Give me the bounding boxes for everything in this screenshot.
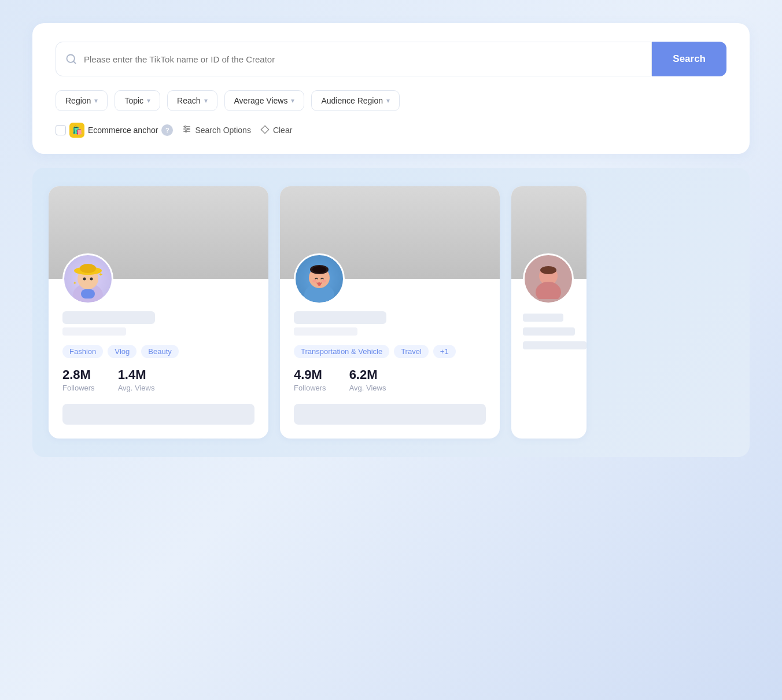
svg-point-21 xyxy=(312,266,326,273)
followers-stat: 4.9M Followers xyxy=(294,367,326,392)
partial-line xyxy=(523,327,575,336)
clear-button[interactable]: Clear xyxy=(260,125,292,136)
svg-point-12 xyxy=(80,264,96,273)
action-bar[interactable] xyxy=(62,404,254,425)
help-icon[interactable]: ? xyxy=(161,124,173,136)
region-chevron-icon: ▾ xyxy=(94,97,98,105)
sliders-icon xyxy=(182,124,191,136)
card-body: ✦ ✦ Fashion Vlog Beauty 2 xyxy=(49,253,268,439)
partial-line xyxy=(523,314,563,322)
topic-dropdown[interactable]: Topic ▾ xyxy=(115,90,160,111)
ecommerce-label: Ecommerce anchor xyxy=(88,126,158,135)
svg-point-24 xyxy=(318,282,321,286)
search-panel: Search Region ▾ Topic ▾ Reach ▾ Average … xyxy=(32,23,750,154)
audience-region-chevron-icon: ▾ xyxy=(386,97,390,105)
avatar xyxy=(294,253,345,304)
avg-views-value: 1.4M xyxy=(118,367,155,382)
ecommerce-checkbox-wrap: 🛍️ Ecommerce anchor ? xyxy=(56,123,173,138)
svg-text:✦: ✦ xyxy=(98,271,103,278)
main-container: Search Region ▾ Topic ▾ Reach ▾ Average … xyxy=(32,23,750,457)
audience-region-dropdown[interactable]: Audience Region ▾ xyxy=(311,90,400,111)
action-bar[interactable] xyxy=(294,404,486,425)
avatar xyxy=(523,253,574,304)
avg-views-stat: 6.2M Avg. Views xyxy=(349,367,386,392)
topic-chevron-icon: ▾ xyxy=(147,97,150,105)
avg-views-stat: 1.4M Avg. Views xyxy=(118,367,155,392)
tag-vlog[interactable]: Vlog xyxy=(108,345,137,358)
svg-text:✦: ✦ xyxy=(73,281,77,286)
svg-point-7 xyxy=(186,131,187,132)
search-bar-row: Search xyxy=(56,42,726,76)
svg-point-13 xyxy=(83,278,86,281)
search-button[interactable]: Search xyxy=(652,42,726,76)
svg-point-22 xyxy=(312,280,317,283)
creator-card-partial[interactable] xyxy=(511,186,586,439)
svg-point-5 xyxy=(185,126,186,128)
ecommerce-checkbox[interactable] xyxy=(56,125,66,135)
tag-travel[interactable]: Travel xyxy=(394,345,429,358)
cards-container: ✦ ✦ Fashion Vlog Beauty 2 xyxy=(32,168,750,457)
handle-placeholder xyxy=(62,327,126,336)
followers-label: Followers xyxy=(294,384,326,392)
avg-views-dropdown[interactable]: Average Views ▾ xyxy=(224,90,305,111)
tag-more[interactable]: +1 xyxy=(433,345,456,358)
svg-point-23 xyxy=(322,280,326,283)
tag-fashion[interactable]: Fashion xyxy=(62,345,103,358)
partial-line xyxy=(523,341,586,349)
svg-point-14 xyxy=(90,278,93,281)
ecommerce-bag-icon: 🛍️ xyxy=(69,123,84,138)
filter-row: Region ▾ Topic ▾ Reach ▾ Average Views ▾… xyxy=(56,90,726,111)
stats-row: 4.9M Followers 6.2M Avg. Views xyxy=(294,367,486,392)
reach-chevron-icon: ▾ xyxy=(204,97,208,105)
options-row: 🛍️ Ecommerce anchor ? Search Options xyxy=(56,123,726,138)
svg-point-26 xyxy=(536,282,561,299)
svg-point-27 xyxy=(540,266,556,274)
svg-rect-17 xyxy=(81,289,95,299)
creator-card[interactable]: Transportation & Vehicle Travel +1 4.9M … xyxy=(280,186,500,439)
avg-views-chevron-icon: ▾ xyxy=(291,97,294,105)
partial-lines xyxy=(511,304,586,359)
handle-placeholder xyxy=(294,327,357,336)
avatar: ✦ ✦ xyxy=(62,253,113,304)
svg-point-6 xyxy=(188,128,190,130)
avg-views-label: Avg. Views xyxy=(349,384,386,392)
creator-card[interactable]: ✦ ✦ Fashion Vlog Beauty 2 xyxy=(49,186,268,439)
name-placeholder xyxy=(294,311,386,324)
tags-row: Fashion Vlog Beauty xyxy=(62,345,254,358)
search-options-button[interactable]: Search Options xyxy=(182,124,251,136)
tags-row: Transportation & Vehicle Travel +1 xyxy=(294,345,486,358)
reach-dropdown[interactable]: Reach ▾ xyxy=(167,90,217,111)
tag-beauty[interactable]: Beauty xyxy=(141,345,178,358)
tag-transportation[interactable]: Transportation & Vehicle xyxy=(294,345,389,358)
search-input[interactable] xyxy=(84,54,642,64)
clear-diamond-icon xyxy=(260,125,270,136)
search-input-wrapper xyxy=(56,42,652,76)
stats-row: 2.8M Followers 1.4M Avg. Views xyxy=(62,367,254,392)
svg-line-1 xyxy=(73,61,76,64)
avg-views-value: 6.2M xyxy=(349,367,386,382)
region-dropdown[interactable]: Region ▾ xyxy=(56,90,108,111)
followers-value: 4.9M xyxy=(294,367,326,382)
svg-marker-8 xyxy=(261,126,268,133)
followers-label: Followers xyxy=(62,384,95,392)
name-placeholder xyxy=(62,311,155,324)
followers-value: 2.8M xyxy=(62,367,95,382)
search-icon xyxy=(65,53,77,65)
avg-views-label: Avg. Views xyxy=(118,384,155,392)
card-body: Transportation & Vehicle Travel +1 4.9M … xyxy=(280,253,500,439)
followers-stat: 2.8M Followers xyxy=(62,367,95,392)
